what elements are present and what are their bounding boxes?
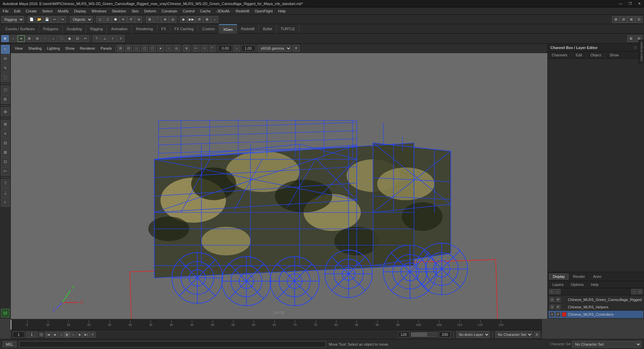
- tab-fx-caching[interactable]: FX Caching: [170, 24, 198, 34]
- left-btn-extra-3[interactable]: ⊦: [1, 198, 10, 207]
- go-to-start-btn[interactable]: |◀: [45, 332, 51, 338]
- next-key-btn[interactable]: ▷: [70, 332, 76, 338]
- layer-row-2[interactable]: V P Chinese_MLRS_Helpers: [548, 303, 643, 311]
- plane-icon-button[interactable]: ⊢: [82, 35, 89, 42]
- scripting-mode-label[interactable]: MEL: [3, 341, 16, 347]
- inner-range-bar[interactable]: [411, 332, 438, 337]
- tb-right-btn-3[interactable]: ⊠: [628, 16, 635, 23]
- next-frame-btn[interactable]: ▶: [77, 332, 83, 338]
- menu-modify[interactable]: Modify: [55, 7, 71, 15]
- edit-tab[interactable]: Edit: [572, 52, 586, 58]
- circle2-icon-button[interactable]: ●: [17, 35, 25, 42]
- layers-nav-right[interactable]: ›: [631, 289, 637, 294]
- vp-icon-6[interactable]: ●: [157, 45, 164, 52]
- tab-sculpting[interactable]: Sculpting: [63, 24, 86, 34]
- display-tab-anim[interactable]: Anim: [589, 273, 605, 280]
- vp-icon-7[interactable]: ○: [165, 45, 172, 52]
- vp-icon-9[interactable]: ⊕: [183, 45, 190, 52]
- layer-v-1[interactable]: V: [550, 297, 554, 302]
- snap-left-1[interactable]: ⊕: [1, 107, 10, 116]
- menu-help[interactable]: Help: [275, 7, 288, 15]
- tab-bullet[interactable]: Bullet: [259, 24, 277, 34]
- snap-view-button[interactable]: ◎: [169, 16, 176, 23]
- tab-turtle[interactable]: TURTLE: [276, 24, 299, 34]
- layers-nav-left-left[interactable]: «: [549, 289, 554, 294]
- render-button[interactable]: ▶: [180, 16, 187, 23]
- menu-display[interactable]: Display: [71, 7, 89, 15]
- select-vertex-button[interactable]: ⊕: [1, 35, 9, 42]
- tb-right-btn-4[interactable]: ⊡: [635, 16, 643, 23]
- move-tool-button[interactable]: ✛: [119, 16, 127, 23]
- save-scene-button[interactable]: 💾: [43, 16, 51, 23]
- hypershade-button[interactable]: ⬦: [211, 16, 218, 23]
- timeline[interactable]: 5101520253035404550556065707580859095100…: [11, 319, 542, 330]
- display-btn-4[interactable]: ⊠: [1, 148, 10, 157]
- anim-end-input[interactable]: [398, 332, 410, 338]
- go-to-end-btn[interactable]: ▶|: [83, 332, 89, 338]
- pin-icon-button[interactable]: ⊟: [34, 35, 41, 42]
- display-btn-3[interactable]: ⊟: [1, 139, 10, 147]
- vp-menu-shading[interactable]: Shading: [26, 46, 44, 50]
- objects-dropdown[interactable]: Objects: [70, 16, 93, 23]
- display-btn-1[interactable]: ⊞: [1, 120, 10, 129]
- hair-icon-button[interactable]: ⊞: [25, 35, 33, 42]
- display-tab-display[interactable]: Display: [549, 273, 569, 280]
- display-tab-render[interactable]: Render: [569, 273, 589, 280]
- diamond-icon-button[interactable]: ⬦: [50, 35, 57, 42]
- tab-polygons[interactable]: Polygons: [39, 24, 62, 34]
- menu-3dtoall[interactable]: -3DtoAll-: [213, 7, 233, 15]
- gamma-input[interactable]: [241, 45, 255, 51]
- prev-frame-btn[interactable]: ◀: [51, 332, 57, 338]
- arrow-icon-button[interactable]: ↑: [42, 35, 49, 42]
- selection-tool-left[interactable]: ⬡: [1, 86, 10, 94]
- rotate-tool-left[interactable]: ⟳: [1, 54, 10, 63]
- vp-icon-10[interactable]: ⊢: [193, 45, 200, 52]
- layer-row-1[interactable]: V P Chinese_MLRS_Green_Camouflage_Rigged: [548, 296, 643, 303]
- snap-point-button[interactable]: ⊕: [161, 16, 169, 23]
- layer-p-2[interactable]: P: [556, 305, 560, 309]
- prev-key-btn[interactable]: ◁: [58, 332, 64, 338]
- rotate-tool-button[interactable]: ↺: [127, 16, 135, 23]
- menu-edit[interactable]: Edit: [11, 7, 23, 15]
- render-view-button[interactable]: 🖥: [203, 16, 211, 23]
- menu-windows[interactable]: Windows: [89, 7, 109, 15]
- channel-box-expand-btn[interactable]: □: [634, 45, 637, 50]
- display-btn-2[interactable]: ≡: [1, 129, 10, 138]
- sphere-icon-button[interactable]: ◉: [66, 35, 73, 42]
- snap-grid-button[interactable]: ⊞: [146, 16, 153, 23]
- joint-icon-button[interactable]: ⊥: [101, 35, 108, 42]
- layer-v-2[interactable]: V: [550, 305, 554, 309]
- close-button[interactable]: ✕: [635, 0, 644, 7]
- tab-custom[interactable]: Custom: [198, 24, 219, 34]
- vp-icon-3[interactable]: ⌂: [133, 45, 140, 52]
- play-button[interactable]: ▶: [64, 332, 70, 338]
- bones-icon-button[interactable]: ⊤: [93, 35, 100, 42]
- vp-icon-11[interactable]: ⊣: [201, 45, 208, 52]
- render-settings-button[interactable]: ⚙: [196, 16, 203, 23]
- vp-icon-2[interactable]: ⊟: [125, 45, 132, 52]
- tab-fx[interactable]: FX: [157, 24, 170, 34]
- menu-redshift[interactable]: Redshift: [233, 7, 252, 15]
- lasso-tool-left[interactable]: ⚙: [1, 95, 10, 104]
- object-tab[interactable]: Object: [586, 52, 605, 58]
- chain-icon-button[interactable]: ⊦: [109, 35, 116, 42]
- top-right-icon-1[interactable]: ⊞: [627, 35, 635, 42]
- vp-icon-12[interactable]: ⊤: [209, 45, 216, 52]
- vp-menu-panels[interactable]: Panels: [99, 46, 114, 50]
- start-frame-input[interactable]: [13, 332, 24, 338]
- scale-tool-button[interactable]: ⇲: [135, 16, 142, 23]
- vp-icon-1[interactable]: ⊞: [117, 45, 124, 52]
- circle-icon-button[interactable]: ○: [9, 35, 17, 42]
- paint-select-button[interactable]: ⬢: [112, 16, 119, 23]
- maximize-button[interactable]: ❐: [625, 0, 635, 7]
- move-tool-left[interactable]: ↖: [1, 45, 10, 54]
- vp-icon-4[interactable]: ◻: [141, 45, 148, 52]
- menu-skeleton[interactable]: Skeleton: [109, 7, 129, 15]
- color-icon[interactable]: ▼: [293, 45, 300, 52]
- open-scene-button[interactable]: 📂: [36, 16, 43, 23]
- snap-curve-button[interactable]: ⌒: [154, 16, 161, 23]
- mode-dropdown[interactable]: Rigging: [1, 16, 24, 23]
- show-tab[interactable]: Show: [605, 52, 623, 58]
- minimize-button[interactable]: —: [616, 0, 625, 7]
- menu-openflight[interactable]: OpenFlight: [252, 7, 275, 15]
